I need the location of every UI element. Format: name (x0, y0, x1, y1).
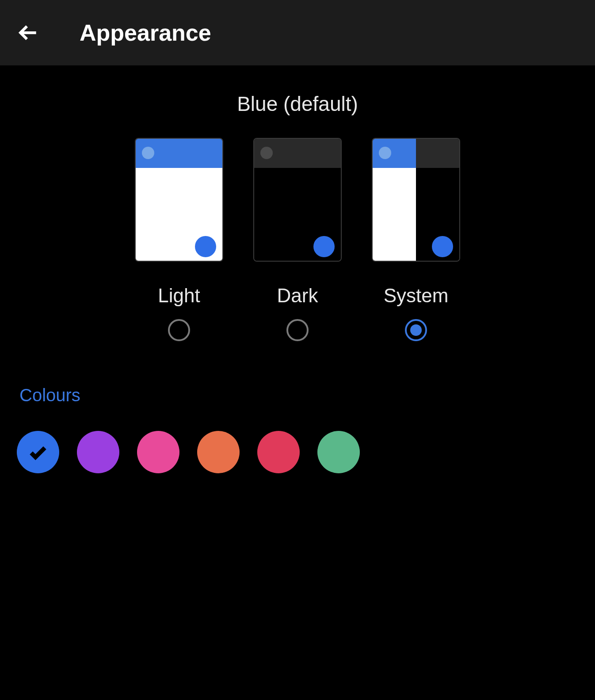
preview-header (373, 139, 459, 168)
colour-swatch-purple[interactable] (77, 431, 119, 473)
app-header: Appearance (0, 0, 595, 65)
checkmark-icon (28, 442, 48, 462)
page-title: Appearance (80, 19, 211, 46)
colour-swatch-row (0, 431, 595, 473)
theme-option-dark: Dark (253, 138, 342, 341)
preview-body (254, 168, 341, 262)
preview-dot-icon (379, 147, 391, 159)
radio-light[interactable] (168, 319, 190, 341)
preview-dot-icon (260, 147, 273, 159)
back-arrow-icon[interactable] (18, 22, 40, 44)
theme-preview-system[interactable] (372, 138, 460, 262)
theme-option-system: System (372, 138, 460, 341)
main-content: Blue (default) Light (0, 65, 595, 473)
preview-dot-icon (142, 147, 154, 159)
radio-dark[interactable] (286, 319, 309, 341)
preview-header (254, 139, 341, 168)
colour-swatch-blue[interactable] (17, 431, 59, 473)
colour-swatch-magenta[interactable] (137, 431, 179, 473)
preview-body (373, 168, 459, 262)
preview-header (136, 139, 222, 168)
theme-option-light: Light (135, 138, 223, 341)
theme-preview-light[interactable] (135, 138, 223, 262)
preview-fab-icon (313, 236, 335, 257)
theme-label-light: Light (158, 285, 200, 307)
theme-label-dark: Dark (277, 285, 318, 307)
radio-system[interactable] (405, 319, 427, 341)
current-theme-label: Blue (default) (0, 92, 595, 116)
theme-label-system: System (384, 285, 449, 307)
preview-body (136, 168, 222, 262)
colour-swatch-red[interactable] (257, 431, 300, 473)
theme-preview-row: Light Dark (0, 138, 595, 341)
preview-fab-icon (195, 236, 216, 257)
colour-swatch-orange[interactable] (197, 431, 240, 473)
preview-fab-icon (432, 236, 453, 257)
radio-selected-icon (410, 324, 422, 336)
colours-section-label: Colours (0, 385, 595, 405)
theme-preview-dark[interactable] (253, 138, 342, 262)
colour-swatch-green[interactable] (317, 431, 360, 473)
